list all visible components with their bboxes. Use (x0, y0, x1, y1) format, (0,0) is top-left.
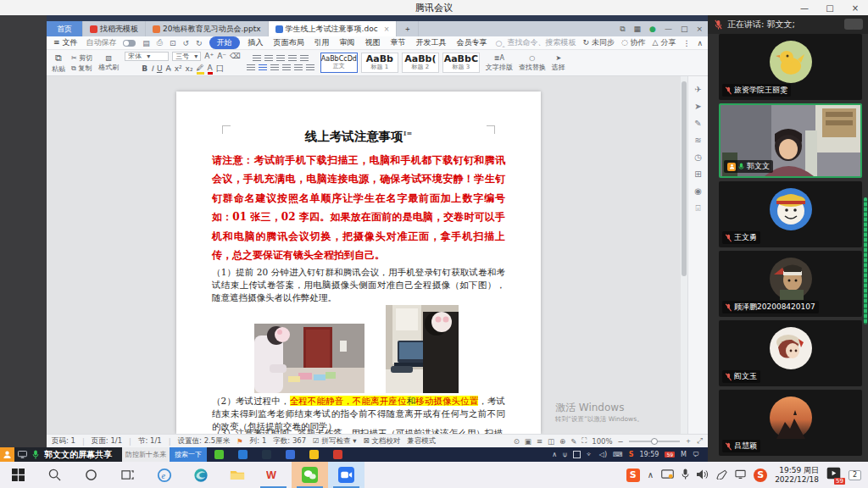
task-view-button[interactable] (109, 462, 146, 488)
bullet-list-icon[interactable] (253, 55, 261, 61)
style-heading3[interactable]: AaBbC 标题 3 (442, 53, 480, 73)
maximize-button[interactable]: □ (817, 0, 843, 15)
tray-expand-icon[interactable]: ∧ (648, 470, 654, 480)
command-search[interactable]: ○‸ 查找命令、搜索模板 (496, 37, 576, 48)
menu-member[interactable]: 会员专享 (455, 37, 489, 48)
ink-icon[interactable]: ✎ (570, 437, 576, 446)
tab-home[interactable]: 首页 (47, 21, 83, 36)
shared-taskbar-app-icon[interactable] (333, 450, 342, 459)
shared-taskbar-app-icon[interactable] (262, 450, 271, 459)
fit-page-icon[interactable]: ⛶ (581, 436, 587, 446)
eye-protect-icon[interactable]: ⊙ (514, 437, 520, 446)
zoom-in-button[interactable]: ＋ (685, 436, 693, 446)
window-mode-icon[interactable]: ⧉ (620, 25, 625, 34)
font-color-button[interactable]: A (208, 64, 213, 75)
select-arrow-icon[interactable]: ➤ (694, 102, 701, 111)
taskbar-clock[interactable]: 19:59 周日 2022/12/18 (775, 466, 819, 484)
font-name-select[interactable]: 宋体▾ (125, 52, 169, 61)
underline-button[interactable]: U (157, 64, 163, 73)
share-button[interactable]: △ 分享 (653, 37, 676, 48)
wps-close-button[interactable]: × (696, 25, 703, 33)
menu-section[interactable]: 章节 (389, 37, 408, 48)
decrease-indent-icon[interactable] (276, 55, 285, 61)
menu-page-layout[interactable]: 页面布局 (272, 37, 306, 48)
undo-icon[interactable]: ↺ (182, 39, 189, 47)
increase-indent-icon[interactable] (288, 55, 297, 61)
tab-close-icon[interactable]: × (384, 25, 390, 33)
quick-tool-icon[interactable]: ✈ (694, 85, 701, 94)
start-button[interactable] (0, 462, 36, 488)
participant-tile[interactable]: 顾泽鹏202008420107 (719, 251, 862, 317)
menu-dev-tools[interactable]: 开发工具 (415, 37, 448, 48)
shading-icon[interactable] (294, 64, 303, 70)
participant-tile[interactable]: 王文勇 (719, 181, 862, 247)
spellcheck-toggle[interactable]: ☑ 拼写检查 ▾ (313, 436, 356, 446)
volume-tray-icon[interactable] (697, 467, 709, 483)
apps-grid-icon[interactable]: ▦ (634, 25, 642, 33)
menu-view[interactable]: 视图 (364, 37, 382, 48)
mic-tray-icon[interactable] (682, 467, 689, 483)
zoom-slider-knob[interactable] (651, 438, 658, 445)
shared-taskbar-app-icon[interactable] (238, 450, 248, 459)
wps-taskbar-button[interactable]: W (255, 462, 292, 488)
screenshot-tool-icon[interactable] (661, 467, 674, 483)
menu-start[interactable]: 开始 (209, 36, 240, 49)
superscript-button[interactable]: x² (175, 64, 182, 73)
number-list-icon[interactable] (264, 55, 273, 61)
news-popup-text[interactable]: 防控新十条来 (122, 447, 170, 462)
subscript-button[interactable]: x₂ (186, 64, 193, 73)
video-app-tray-icon[interactable]: 59 (826, 467, 841, 483)
zoom-out-button[interactable]: − (618, 437, 624, 446)
tab-docer[interactable]: 找稻壳模板 (83, 21, 146, 36)
menu-file[interactable]: ≡ 文件 (52, 37, 79, 48)
close-button[interactable]: × (843, 0, 868, 15)
wechat-taskbar-button[interactable] (292, 462, 328, 488)
char-border-button[interactable]: 囗 (216, 64, 224, 75)
sync-status[interactable]: ↻ 未同步 (582, 37, 614, 48)
sidebar-scrollbar[interactable] (864, 197, 867, 324)
autosave-toggle[interactable] (123, 40, 136, 47)
help-clock-icon[interactable]: ◷ (694, 152, 702, 162)
highlight-color-button[interactable]: 🖉 (197, 64, 204, 75)
account-avatar[interactable]: ● (649, 25, 656, 33)
select-tool[interactable]: ➤ 选择 (552, 54, 565, 72)
outline-view-icon[interactable]: ≡ (537, 437, 542, 446)
menu-references[interactable]: 引用 (313, 37, 331, 48)
single-page-view-icon[interactable]: ▣ (525, 437, 531, 446)
clear-format-icon[interactable]: ⌫ (230, 52, 241, 60)
display-tray-icon[interactable] (735, 467, 746, 483)
menu-review[interactable]: 审阅 (338, 37, 357, 48)
edge-button[interactable] (182, 462, 219, 488)
scrollbar-thumb[interactable] (682, 81, 687, 276)
style-heading2[interactable]: AaBb( 标题 2 (402, 53, 439, 73)
italic-button[interactable]: I (151, 64, 153, 73)
text-layout-tool[interactable]: ≣A 文字排版 (486, 54, 513, 72)
border-icon[interactable] (306, 64, 314, 70)
settings-gear-icon[interactable]: ◉ (694, 186, 702, 196)
format-painter-button[interactable]: ▧ 格式刷 (98, 54, 119, 72)
smooth-lines-icon[interactable]: ≋ (694, 136, 701, 145)
cut-button[interactable]: ✂ 剪切 (71, 53, 92, 63)
file-explorer-button[interactable] (219, 462, 255, 488)
tray-expand-icon[interactable]: ∧ (552, 451, 557, 458)
coop-button[interactable]: ◌ 协作 (621, 37, 646, 48)
taskbar-search-button[interactable] (36, 462, 73, 488)
status-wordcount[interactable]: 字数: 367 (273, 436, 306, 446)
zoom-level[interactable]: 100% (592, 437, 612, 446)
participant-tile[interactable]: 旅资学院王丽雯 (719, 34, 862, 100)
video-tool-icon[interactable]: ⌻ (696, 203, 701, 214)
image-tool-icon[interactable]: ⊞ (694, 169, 701, 179)
participant-tile-speaking[interactable]: 郭文文 (719, 103, 862, 178)
strikethrough-button[interactable]: A̶ (165, 64, 170, 73)
bold-button[interactable]: B (142, 64, 147, 73)
wps-minimize-button[interactable]: — (665, 25, 672, 33)
print-icon[interactable]: ⎙ (157, 38, 163, 47)
shared-taskbar-app-icon[interactable] (286, 450, 295, 459)
wps-restore-button[interactable]: □ (681, 25, 688, 33)
justify-icon[interactable] (282, 64, 291, 70)
participant-tile[interactable]: 阎文玉 (719, 320, 862, 386)
tab-doc-active[interactable]: 学生线上考试注意事项.doc × (269, 21, 398, 36)
align-right-icon[interactable] (270, 64, 279, 70)
paste-group[interactable]: ⧉ 粘贴 (52, 53, 65, 74)
align-center-icon[interactable] (259, 64, 267, 70)
